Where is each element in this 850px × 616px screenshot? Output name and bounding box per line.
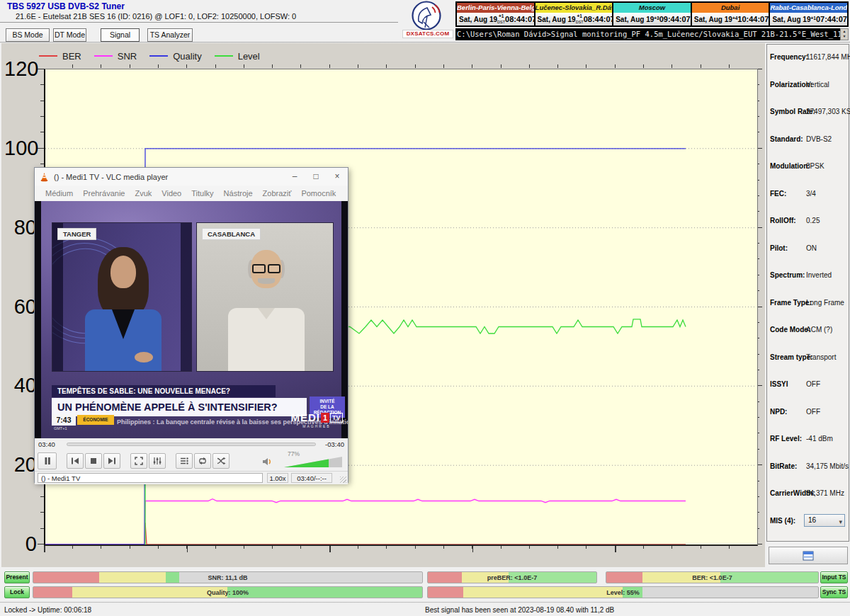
x-tick-top	[672, 64, 672, 68]
mis-select[interactable]: 16▾	[804, 514, 845, 527]
extended-settings-button[interactable]	[149, 453, 166, 469]
resize-grip[interactable]	[340, 477, 346, 483]
menu-pomocnk[interactable]: Pomocník	[296, 189, 341, 198]
x-tick-top	[386, 64, 387, 68]
x-tick-top	[415, 64, 416, 68]
logo-one: 1	[321, 413, 329, 423]
ber-bar: BER: <1.0E-7	[606, 571, 819, 583]
sync-ts-indicator[interactable]: Sync TS	[820, 586, 848, 598]
info-value: 27497,303 KS/s	[806, 108, 850, 115]
vlc-titlebar[interactable]: () - Medi1 TV - VLC media player – □ ×	[35, 168, 348, 186]
console-line[interactable]: C:\Users\Roman Dávid>Signal monitoring_P…	[455, 28, 840, 40]
x-tick-top	[272, 64, 273, 68]
info-row-polarization: Polarization:Vertical	[767, 81, 849, 95]
speaker-icon[interactable]	[261, 456, 273, 467]
x-tick-major	[472, 545, 474, 552]
clock-date: Sat, Aug 19	[459, 16, 497, 23]
info-row-npd: NPD:OFF	[767, 408, 849, 422]
info-row-frequency: Frequency:11617,844 MHz	[767, 53, 849, 67]
menu-zobrazi[interactable]: Zobraziť	[258, 189, 297, 198]
info-label: RF Level:	[770, 435, 802, 443]
legend-swatch	[39, 55, 57, 57]
x-tick-top	[358, 64, 358, 68]
menu-mdium[interactable]: Médium	[40, 189, 78, 198]
clock-time-row: Sat, Aug 19+1DST08:44:07	[457, 13, 534, 25]
x-tick-top	[329, 64, 330, 68]
now-playing-field[interactable]: () - Medi1 TV	[38, 473, 263, 483]
headline-topic: TEMPÊTES DE SABLE: UNE NOUVELLE MENACE?	[52, 385, 276, 397]
maximize-button[interactable]: □	[305, 168, 327, 186]
preber-bar: preBER: <1.0E-7	[427, 571, 597, 583]
previous-icon	[69, 455, 81, 467]
tab-dt-mode[interactable]: DT Mode	[53, 28, 86, 42]
gmt-label: GMT+1	[54, 426, 67, 430]
playback-speed[interactable]: 1.00x	[267, 473, 288, 483]
x-tick-top	[443, 64, 444, 68]
remaining-time: -03:40	[320, 440, 344, 448]
info-label: BitRate:	[770, 462, 797, 470]
info-label: FEC:	[770, 190, 786, 198]
info-value: OFF	[806, 408, 820, 416]
loop-icon	[197, 455, 208, 467]
info-row-standard: Standard:DVB-S2	[767, 135, 849, 149]
clock-date: Sat, Aug 19	[616, 16, 654, 23]
legend-item-ber: BER	[39, 51, 81, 62]
vlc-window-title: () - Medi1 TV - VLC media player	[54, 173, 284, 181]
menu-video[interactable]: Video	[157, 189, 186, 198]
info-value: OFF	[806, 380, 820, 388]
pause-button[interactable]	[38, 452, 57, 469]
stop-button[interactable]	[85, 453, 102, 469]
snr-bar: SNR: 11,1 dB	[33, 571, 423, 583]
info-value: 11617,844 MHz	[806, 53, 850, 61]
time-display[interactable]: 03:40/--:--	[291, 473, 332, 483]
clock-time: 08:44:07	[505, 15, 536, 23]
next-button[interactable]	[103, 453, 120, 469]
legend-label: SNR	[118, 51, 137, 62]
broadcast-clock: 7:43	[52, 414, 76, 426]
vlc-video-area[interactable]: TANGER CASABLANCA TEMPÊTES DE SABLE: UNE…	[35, 201, 348, 438]
fullscreen-button[interactable]	[130, 453, 147, 469]
info-value: 0.25	[806, 217, 820, 224]
menu-titulky[interactable]: Titulky	[186, 189, 218, 198]
info-label: ISSYI	[770, 380, 788, 388]
lock-indicator[interactable]: Lock	[4, 586, 30, 598]
medi1tv-logo: MEDI 1 TV MAGHREB	[287, 411, 346, 428]
clock-time: 10:44:07	[737, 15, 769, 23]
info-row-carrierwidth: CarrierWidth:34,371 MHz	[767, 489, 849, 503]
present-indicator[interactable]: Present	[4, 571, 30, 583]
input-ts-indicator[interactable]: Input TS	[820, 571, 848, 583]
extended-settings-icon	[152, 455, 163, 467]
statusbar-divider	[0, 602, 850, 603]
tab-signal-mon-[interactable]: Signal Mon.	[101, 28, 140, 42]
info-row-rolloff: RollOff:0.25	[767, 217, 849, 231]
location-label-casablanca: CASABLANCA	[202, 228, 261, 240]
vlc-window[interactable]: () - Medi1 TV - VLC media player – □ × M…	[34, 167, 348, 483]
playlist-button[interactable]	[176, 453, 193, 469]
loop-button[interactable]	[194, 453, 211, 469]
satellite-subtitle: 21.6E - Eutelsat 21B SES 16 (ID: 0216) @…	[16, 12, 296, 21]
menu-prehrvanie[interactable]: Prehrávanie	[78, 189, 130, 198]
minimize-button[interactable]: –	[284, 168, 305, 186]
info-value: 8PSK	[806, 162, 824, 170]
console-scrollbar[interactable]: ▲▼	[840, 28, 849, 40]
studio-pillar	[181, 223, 191, 371]
tab-bs-mode[interactable]: BS Mode	[6, 28, 50, 42]
menu-nstroje[interactable]: Nástroje	[219, 189, 258, 198]
clock-time-row: Sat, Aug 19+410:44:07	[692, 13, 769, 25]
info-value: DVB-S2	[806, 135, 832, 143]
legend-swatch	[149, 55, 168, 57]
clock-city-label: Berlin-Paris-Vienna-Belgrade	[457, 3, 534, 13]
menu-zvuk[interactable]: Zvuk	[130, 189, 157, 198]
volume-slider[interactable]	[284, 457, 342, 467]
tab-ts-analyzer-ok-[interactable]: TS Analyzer (OK)	[147, 28, 193, 42]
random-button[interactable]	[212, 453, 230, 469]
vlc-seek-row: 03:40 -03:40	[35, 438, 348, 450]
level-bar: Level: 55%	[427, 586, 819, 598]
info-label: RollOff:	[770, 217, 796, 224]
info-row-frametype: Frame Type:Long Frame	[767, 299, 849, 313]
previous-button[interactable]	[67, 453, 84, 469]
seek-slider[interactable]	[67, 443, 316, 446]
world-clocks: Berlin-Paris-Vienna-BelgradeSat, Aug 19+…	[455, 1, 849, 27]
panel-button[interactable]	[769, 547, 848, 564]
close-button[interactable]: ×	[327, 168, 348, 186]
